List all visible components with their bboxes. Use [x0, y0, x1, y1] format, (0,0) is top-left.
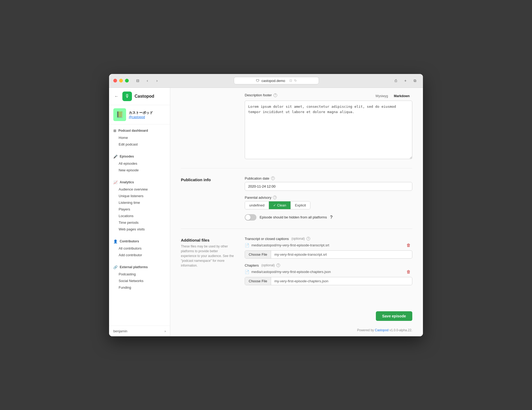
transcript-chosen-file-name: my-very-first-episode-transcript.srt [271, 251, 330, 258]
transcript-file-name: media/castopod/my-very-first-episode-tra… [251, 243, 403, 247]
sidebar-section-label-dashboard: Podcast dashboard [118, 129, 148, 132]
app-name: Castopod [135, 94, 154, 99]
reload-icon[interactable]: ↻ [294, 79, 297, 82]
transcript-delete-button[interactable]: 🗑 [405, 242, 412, 248]
powered-by: Powered by Castopod v1.0.0-alpha.22. [170, 326, 423, 336]
chapters-choose-file-button[interactable]: Choose File [245, 277, 271, 285]
sidebar-toggle-button[interactable]: ⊟ [134, 78, 142, 84]
podcast-name: カストーポッド [129, 110, 153, 115]
sidebar-section-label-external: External platforms [120, 265, 148, 269]
save-episode-button[interactable]: Save episode [376, 311, 413, 321]
close-button[interactable] [113, 79, 117, 82]
sidebar-item-podcasting[interactable]: Podcasting [109, 271, 170, 278]
tab-markdown[interactable]: Markdown [391, 93, 412, 99]
sidebar-item-all-contributors[interactable]: All contributors [109, 245, 170, 252]
sidebar-item-social-networks[interactable]: Social Networks [109, 278, 170, 284]
publication-date-label: Publication date ? [245, 176, 412, 180]
sidebar-item-edit-podcast[interactable]: Edit podcast [109, 141, 170, 148]
user-chevron: › [165, 329, 166, 333]
share-button[interactable]: ⎙ [392, 78, 400, 84]
sidebar: ← 🎙 Castopod 📗 カストーポッド @castopod ⊞ Podca… [109, 88, 170, 336]
shield-icon: 🛡 [256, 79, 259, 83]
chapters-group: Chapters (optional) ? 📄 media/castopod/m… [245, 263, 412, 285]
sidebar-section-header-external: 🔗 External platforms [109, 264, 170, 271]
window-menu-button[interactable]: ⧉ [411, 78, 419, 84]
parental-advisory-label: Parental advisory ? [245, 196, 412, 200]
chapters-help-icon[interactable]: ? [276, 263, 280, 267]
podcast-thumbnail-emoji: 📗 [116, 111, 123, 118]
publication-date-group: Publication date ? [245, 176, 412, 191]
titlebar-right-controls: ⎙ + ⧉ [392, 78, 419, 84]
app-body: ← 🎙 Castopod 📗 カストーポッド @castopod ⊞ Podca… [109, 88, 423, 336]
dashboard-icon: ⊞ [113, 129, 116, 133]
hidden-toggle-row: Episode should be hidden from all platfo… [245, 214, 412, 221]
transcript-file-icon: 📄 [245, 243, 249, 247]
save-btn-row: Save episode [170, 306, 423, 326]
sidebar-item-players[interactable]: Players [109, 206, 170, 213]
description-footer-section-label [181, 93, 234, 160]
description-footer-section: Description footer ? Wysiwyg Markdown Lo… [181, 88, 412, 168]
toggle-knob [245, 215, 251, 220]
advisory-clean-button[interactable]: ✓ Clean [269, 201, 290, 209]
hidden-toggle[interactable] [245, 214, 256, 221]
publication-date-input[interactable] [245, 182, 412, 191]
sidebar-item-audience-overview[interactable]: Audience overview [109, 186, 170, 193]
chapters-choose-file-row: Choose File my-very-first-episode-chapte… [245, 277, 412, 285]
sidebar-item-locations[interactable]: Locations [109, 213, 170, 219]
advisory-undefined-button[interactable]: undefined [245, 201, 269, 209]
additional-files-description: These files may be used by other platfor… [181, 244, 234, 268]
sidebar-item-unique-listeners[interactable]: Unique listeners [109, 193, 170, 199]
address-field[interactable]: 🛡 castopod.demo ⊡ ↻ [234, 77, 319, 84]
transcript-choose-file-button[interactable]: Choose File [245, 251, 271, 258]
back-nav-button[interactable]: ‹ [144, 78, 151, 84]
sidebar-item-add-contributor[interactable]: Add contributor [109, 252, 170, 258]
sidebar-section-episodes: 🎤 Episodes All episodes New episode [109, 150, 170, 176]
description-footer-top: Description footer ? Wysiwyg Markdown [245, 93, 412, 99]
chapters-label: Chapters (optional) ? [245, 263, 412, 267]
hidden-toggle-label: Episode should be hidden from all platfo… [260, 215, 327, 219]
description-footer-textarea[interactable]: Lorem ipsum dolor sit amet, consectetur … [245, 101, 412, 159]
forward-nav-button[interactable]: › [153, 78, 161, 84]
publication-info-fields: Publication date ? Parental advisory ? [245, 176, 412, 221]
podcast-thumbnail: 📗 [113, 108, 126, 121]
sidebar-username: benjamin [113, 329, 127, 333]
sidebar-item-funding[interactable]: Funding [109, 284, 170, 291]
sidebar-item-all-episodes[interactable]: All episodes [109, 160, 170, 167]
tab-wysiwyg[interactable]: Wysiwyg [373, 93, 390, 99]
parental-advisory-help-icon[interactable]: ? [273, 196, 277, 199]
transcript-optional: (optional) [292, 237, 305, 241]
minimize-button[interactable] [119, 79, 123, 82]
sidebar-section-header-analytics: 📈 Analytics [109, 179, 170, 186]
sidebar-item-new-episode[interactable]: New episode [109, 167, 170, 173]
transcript-group: Transcript or closed captions (optional)… [245, 237, 412, 259]
sidebar-section-contributors: 👤 Contributors All contributors Add cont… [109, 235, 170, 261]
chapters-file-row: 📄 media/castopod/my-very-first-episode-c… [245, 269, 412, 275]
sidebar-section-header-episodes: 🎤 Episodes [109, 153, 170, 160]
sidebar-item-listening-time[interactable]: Listening time [109, 199, 170, 206]
publication-info-section: Publication info Publication date ? [181, 168, 412, 229]
chapters-file-icon: 📄 [245, 270, 249, 274]
castopod-logo: 🎙 [122, 92, 132, 101]
chapters-delete-button[interactable]: 🗑 [405, 269, 412, 275]
sidebar-item-web-pages-visits[interactable]: Web pages visits [109, 226, 170, 233]
castopod-link[interactable]: Castopod [375, 328, 388, 332]
contributors-icon: 👤 [113, 239, 118, 243]
sidebar-back-button[interactable]: ← [113, 93, 120, 99]
new-tab-button[interactable]: + [402, 78, 409, 84]
main-content: Description footer ? Wysiwyg Markdown Lo… [170, 88, 423, 336]
hidden-help-icon[interactable]: ? [330, 215, 332, 220]
podcast-handle[interactable]: @castopod [129, 115, 153, 119]
description-footer-fields: Description footer ? Wysiwyg Markdown Lo… [245, 93, 412, 160]
sidebar-item-home[interactable]: Home [109, 134, 170, 141]
podcast-info: 📗 カストーポッド @castopod [109, 105, 170, 125]
transcript-help-icon[interactable]: ? [306, 237, 310, 241]
advisory-explicit-button[interactable]: Explicit [290, 201, 310, 209]
fullscreen-button[interactable] [125, 79, 129, 82]
sidebar-section-analytics: 📈 Analytics Audience overview Unique lis… [109, 176, 170, 235]
podcast-meta: カストーポッド @castopod [129, 110, 153, 119]
additional-files-fields: Transcript or closed captions (optional)… [245, 237, 412, 290]
sidebar-section-label-episodes: Episodes [120, 155, 134, 158]
sidebar-item-time-periods[interactable]: Time periods [109, 219, 170, 226]
publication-date-help-icon[interactable]: ? [271, 176, 275, 180]
description-footer-help-icon[interactable]: ? [273, 93, 277, 97]
